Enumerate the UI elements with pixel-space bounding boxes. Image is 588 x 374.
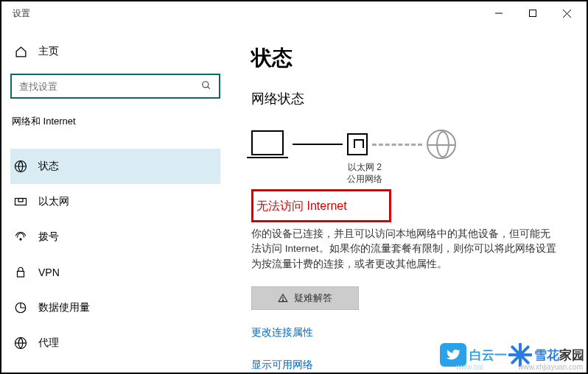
svg-point-15 (282, 300, 283, 300)
adapter-name: 以太网 2 (338, 162, 391, 174)
svg-point-9 (20, 239, 21, 240)
warning-icon (278, 293, 288, 303)
category-header: 网络和 Internet (10, 115, 220, 128)
troubleshoot-label: 疑难解答 (294, 292, 332, 305)
network-diagram (251, 130, 557, 159)
page-title: 状态 (251, 44, 557, 72)
watermark-right-text-2: 家园 (559, 348, 584, 362)
ethernet-adapter-icon (347, 133, 368, 155)
change-connection-properties-link[interactable]: 更改连接属性 (251, 326, 557, 339)
network-status-subtitle: 网络状态 (251, 90, 557, 107)
sidebar-item-dialup[interactable]: 拨号 (10, 219, 220, 255)
window-title: 设置 (13, 7, 30, 20)
data-usage-icon (13, 301, 28, 314)
troubleshoot-button[interactable]: 疑难解答 (251, 286, 359, 310)
main-content: 状态 网络状态 以太网 2 公用网络 无法访问 Internet 你的设备已连接… (226, 25, 587, 373)
globe-icon (427, 130, 456, 159)
title-bar: 设置 (1, 1, 587, 25)
connection-line-solid (293, 144, 343, 145)
svg-line-5 (208, 86, 210, 88)
maximize-button[interactable] (516, 1, 550, 25)
maximize-icon (529, 10, 536, 17)
sidebar-item-vpn[interactable]: VPN (10, 255, 220, 290)
close-button[interactable] (550, 1, 584, 25)
dialup-icon (13, 230, 28, 244)
device-icon (251, 130, 288, 158)
vpn-icon (13, 266, 28, 279)
home-button[interactable]: 主页 (10, 38, 220, 65)
sidebar-item-data-usage[interactable]: 数据使用量 (10, 290, 220, 325)
watermark-right-text-1: 雪花 (534, 348, 559, 362)
error-highlight-box: 无法访问 Internet (251, 189, 391, 222)
sidebar-item-ethernet[interactable]: 以太网 (10, 184, 220, 219)
sidebar-item-label: 拨号 (38, 230, 59, 244)
sidebar-item-label: 数据使用量 (38, 301, 90, 314)
sidebar-item-label: VPN (38, 267, 60, 278)
watermark-right-url: www.xhjiayuan.com (518, 363, 583, 371)
home-label: 主页 (38, 45, 59, 58)
sidebar-item-label: 状态 (38, 160, 59, 173)
close-icon (563, 10, 571, 18)
sidebar-item-status[interactable]: 状态 (10, 149, 220, 184)
search-input[interactable] (19, 81, 201, 92)
svg-rect-10 (18, 272, 24, 278)
watermark-left-url: www.bai (456, 363, 483, 371)
sidebar-item-proxy[interactable]: 代理 (10, 325, 220, 361)
svg-point-4 (203, 81, 209, 87)
proxy-icon (13, 336, 28, 350)
adapter-profile: 公用网络 (338, 174, 391, 186)
search-icon (201, 80, 211, 93)
sidebar: 主页 网络和 Internet 状态 以太网 拨号 (1, 25, 226, 373)
sidebar-item-label: 以太网 (38, 195, 69, 208)
minimize-icon (495, 10, 503, 17)
minimize-button[interactable] (482, 1, 516, 25)
home-icon (13, 46, 28, 58)
svg-rect-1 (530, 10, 536, 17)
error-title: 无法访问 Internet (256, 200, 347, 212)
connection-line-dashed (372, 144, 422, 146)
search-box[interactable] (10, 74, 220, 99)
svg-rect-8 (18, 199, 23, 202)
watermark-left-text: 白云一 (469, 347, 507, 364)
adapter-labels: 以太网 2 公用网络 (338, 162, 391, 185)
status-description: 你的设备已连接，并且可以访问本地网络中的其他设备，但可能无法访问 Interne… (251, 227, 557, 272)
ethernet-icon (13, 195, 28, 208)
sidebar-item-label: 代理 (38, 336, 59, 350)
status-icon (13, 160, 28, 173)
